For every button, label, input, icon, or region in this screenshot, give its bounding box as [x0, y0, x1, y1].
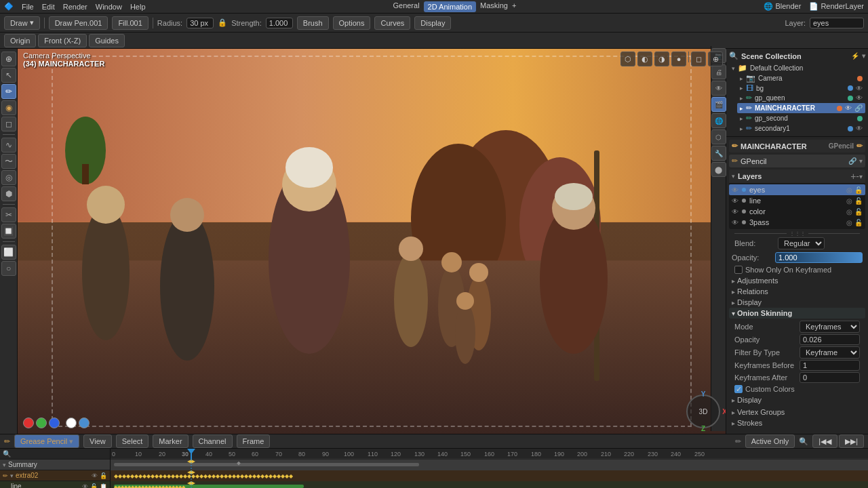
prop-view[interactable]: 👁: [711, 81, 726, 96]
layer-options[interactable]: ▾: [859, 173, 863, 180]
mainchar-link[interactable]: 🔗: [854, 104, 863, 112]
menu-help[interactable]: Help: [130, 3, 146, 11]
grease-pencil-menu[interactable]: Grease Pencil ▾: [14, 434, 79, 448]
scene-collection-options[interactable]: ▾: [862, 52, 865, 60]
render-layer-selector[interactable]: 📄 RenderLayer: [809, 2, 864, 11]
gpencil-menu-icon[interactable]: ▾: [859, 157, 863, 165]
viewport[interactable]: Camera Perspective (34) MAINCHARACTER: [18, 49, 726, 434]
show-keyframed-checkbox[interactable]: [734, 266, 743, 274]
blend-select[interactable]: Regular: [778, 237, 825, 249]
layer-3pass-eye[interactable]: 👁: [732, 219, 738, 226]
tab-2d-animation[interactable]: 2D Animation: [424, 1, 476, 12]
prop-material[interactable]: ⬤: [711, 162, 726, 177]
gpencil-link-icon[interactable]: 🔗: [848, 157, 856, 165]
prop-modifier[interactable]: 🔧: [711, 146, 726, 161]
marker-menu[interactable]: Marker: [153, 434, 188, 448]
select-tool[interactable]: ↖: [1, 68, 16, 83]
custom-colors-checkbox[interactable]: ✓: [734, 385, 743, 393]
search-tl[interactable]: 🔍: [799, 437, 808, 446]
nav-gizmo[interactable]: 3D Y X Z: [686, 394, 720, 428]
display-section[interactable]: ▸ Display: [729, 297, 865, 308]
strength-value[interactable]: 1.000: [266, 18, 293, 28]
circle-tool[interactable]: ○: [1, 261, 16, 276]
view-btn[interactable]: Front (X-Z): [38, 34, 87, 47]
fill-name[interactable]: Fill.001: [112, 16, 148, 30]
viewport-shading-material[interactable]: ◑: [654, 52, 669, 66]
scene-collection-filter[interactable]: ⚡: [851, 52, 859, 60]
layer-lock-icon[interactable]: 🔓: [854, 186, 863, 194]
eyedropper-tool[interactable]: 🔲: [1, 224, 16, 239]
prop-output[interactable]: 🖨: [711, 64, 726, 79]
select-menu[interactable]: Select: [116, 434, 149, 448]
color-orb-green[interactable]: [36, 418, 47, 428]
sc-item-gp-queen[interactable]: ▸ ✏ gp_queen 👁: [737, 93, 865, 103]
sc-item-camera[interactable]: ▸ 📷 Camera: [737, 73, 865, 83]
gp-queen-eye[interactable]: 👁: [856, 94, 863, 102]
track-line[interactable]: line 👁 🔓 📋: [0, 481, 110, 488]
layer-eye-icon[interactable]: 👁: [732, 186, 738, 194]
smooth-tool[interactable]: 〜: [1, 154, 16, 169]
origin-btn[interactable]: Origin: [4, 34, 36, 47]
track-summary[interactable]: ▾ Summary: [0, 460, 110, 470]
sc-item-maincharacter[interactable]: ▸ ✏ MAINCHARACTER 👁 🔗: [737, 103, 865, 113]
vertex-groups-section[interactable]: ▸ Vertex Groups: [729, 407, 865, 418]
color-orb-white[interactable]: [66, 418, 77, 428]
layer-add[interactable]: +: [850, 171, 856, 182]
strokes-section[interactable]: ▸ Strokes: [729, 418, 865, 428]
keyframe-step-back[interactable]: |◀◀: [812, 434, 837, 448]
bg-eye-icon[interactable]: 👁: [856, 85, 863, 92]
menu-edit[interactable]: Edit: [42, 3, 55, 11]
viewport-shading-wireframe[interactable]: ⬡: [620, 52, 635, 66]
menu-render[interactable]: Render: [63, 3, 87, 11]
keyframe-tracks[interactable]: 0 10 20 30 40 50 60 70 80 90 100 110 120…: [111, 449, 868, 488]
onion-filter-select[interactable]: Keyframe: [800, 346, 860, 359]
line-extra[interactable]: 📋: [100, 483, 107, 489]
tab-add[interactable]: +: [512, 1, 516, 12]
layer-3pass-lock[interactable]: 🔓: [854, 219, 863, 226]
track-extra02[interactable]: ✏ ▾ extra02 👁 🔓: [0, 470, 110, 481]
fill-tool[interactable]: ◉: [1, 100, 16, 115]
viewport-shading-rendered[interactable]: ●: [671, 52, 686, 66]
prop-scene[interactable]: 🎬: [711, 97, 726, 112]
layer-value[interactable]: eyes: [810, 18, 864, 28]
frame-menu[interactable]: Frame: [237, 434, 271, 448]
channel-menu[interactable]: Channel: [193, 434, 233, 448]
layer-color-lock[interactable]: 🔓: [854, 208, 863, 216]
layer-3pass[interactable]: 👁 3pass ◎ 🔓: [729, 217, 865, 228]
color-orb-accent[interactable]: [79, 418, 90, 428]
options-btn[interactable]: Options: [333, 16, 371, 30]
layer-color-eye[interactable]: 👁: [732, 208, 738, 216]
menu-file[interactable]: File: [22, 3, 34, 11]
prop-object[interactable]: ⬡: [711, 129, 726, 144]
sc-item-bg[interactable]: ▸ 🎞 bg 👁: [737, 83, 865, 93]
onion-mode-select[interactable]: Keyframes: [800, 321, 860, 333]
onion-skinning-header[interactable]: ▾ Onion Skinning: [729, 308, 865, 319]
menu-window[interactable]: Window: [96, 3, 122, 11]
line-eye[interactable]: 👁: [82, 483, 88, 489]
scene-collection-search[interactable]: 🔍: [729, 52, 738, 60]
cursor-tool[interactable]: ⊕: [1, 52, 16, 66]
layer-onion-icon[interactable]: ◎: [846, 186, 852, 194]
sc-item-gp-second[interactable]: ▸ ✏ gp_second: [737, 113, 865, 123]
brush-btn[interactable]: Brush: [297, 16, 329, 30]
extra02-eye[interactable]: 👁: [92, 472, 98, 479]
rect-tool[interactable]: ⬜: [1, 245, 16, 260]
strength-tool[interactable]: ◎: [1, 170, 16, 185]
viewport-shading-solid[interactable]: ◐: [637, 52, 652, 66]
tab-masking[interactable]: Masking: [480, 1, 508, 12]
curves-btn[interactable]: Curves: [374, 16, 410, 30]
brush-name[interactable]: Draw Pen.001: [49, 16, 108, 30]
filter-btn[interactable]: Active Only: [745, 434, 795, 448]
keyframes-before-val[interactable]: 1: [800, 360, 860, 371]
color-orb-red[interactable]: [23, 418, 34, 428]
prop-world[interactable]: 🌐: [711, 113, 726, 128]
layer-color[interactable]: 👁 color ◎ 🔓: [729, 206, 865, 217]
sc-item-default-collection[interactable]: ▾ 📁 Default Collection: [729, 63, 865, 73]
sc-item-secondary1[interactable]: ▸ ✏ secondary1 👁: [737, 123, 865, 134]
mode-selector[interactable]: Draw ▾: [4, 16, 40, 30]
adjustments-section[interactable]: ▸ Adjustments: [729, 275, 865, 286]
keyframe-step-fwd[interactable]: ▶▶|: [839, 434, 864, 448]
onion-display-section[interactable]: ▸ Display: [729, 394, 865, 405]
scene-selector[interactable]: 🌐 Blender: [764, 2, 801, 11]
line-lock[interactable]: 🔓: [90, 483, 98, 489]
